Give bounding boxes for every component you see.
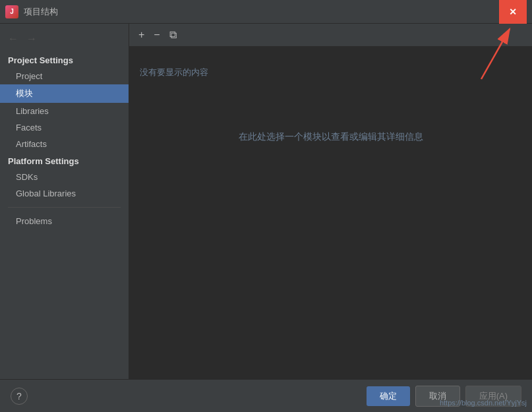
app-icon-label: J [10,8,14,15]
copy-button[interactable]: ⧉ [165,28,181,42]
nav-toolbar: ← → [0,29,129,51]
window-title: 项目结构 [24,6,58,18]
remove-button[interactable]: − [150,28,163,42]
bottom-bar: ? 确定 取消 应用(A) [0,379,532,412]
add-button[interactable]: + [134,28,148,42]
content-panel: + − ⧉ 没有要显示的内容 在此处选择一个模块以查看或编辑其详细信息 [129,24,532,379]
forward-button[interactable]: → [24,32,40,46]
sidebar-item-project[interactable]: Project [0,68,129,84]
close-button[interactable]: ✕ [499,0,527,24]
sidebar-divider [8,207,121,208]
confirm-button[interactable]: 确定 [367,386,410,406]
main-layout: ← → Project Settings Project 模块 Librarie… [0,24,532,379]
sidebar-item-artifacts[interactable]: Artifacts [0,136,129,152]
cancel-button[interactable]: 取消 [415,386,460,407]
apply-button[interactable]: 应用(A) [465,386,521,407]
sidebar-item-sdks[interactable]: SDKs [0,169,129,185]
bottom-right: 确定 取消 应用(A) [367,386,521,407]
sidebar-item-facets[interactable]: Facets [0,119,129,136]
sidebar-item-global-libraries[interactable]: Global Libraries [0,185,129,202]
section-header-project-settings: Project Settings [0,51,129,68]
content-area: 没有要显示的内容 在此处选择一个模块以查看或编辑其详细信息 [129,47,532,379]
app-icon: J [5,5,18,18]
section-header-platform-settings: Platform Settings [0,152,129,169]
hint-text: 在此处选择一个模块以查看或编辑其详细信息 [225,92,436,143]
bottom-left: ? [11,388,28,405]
no-content-text: 没有要显示的内容 [129,67,208,78]
back-button[interactable]: ← [5,32,21,46]
sidebar-item-libraries[interactable]: Libraries [0,103,129,119]
title-bar: J 项目结构 ✕ [0,0,532,24]
content-toolbar: + − ⧉ [129,24,532,47]
sidebar: ← → Project Settings Project 模块 Librarie… [0,24,129,379]
sidebar-item-problems[interactable]: Problems [0,213,129,229]
title-bar-left: J 项目结构 [5,5,58,18]
help-button[interactable]: ? [11,388,28,405]
sidebar-item-modules[interactable]: 模块 [0,84,129,103]
